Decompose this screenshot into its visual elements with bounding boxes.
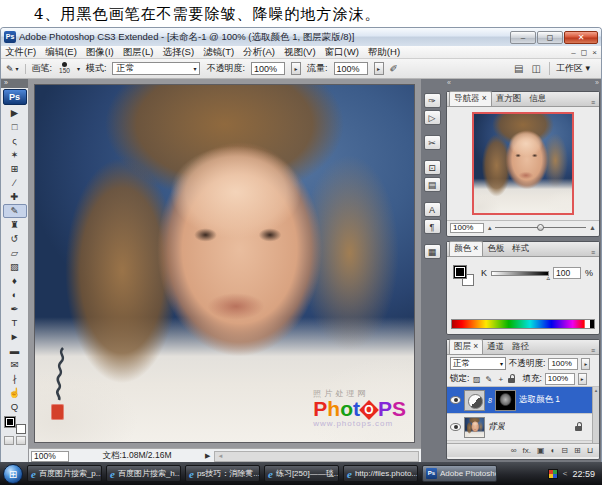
start-button[interactable]: ⊞	[3, 464, 23, 484]
menu-file[interactable]: 文件(F)	[5, 46, 36, 59]
crop-tool[interactable]: ⊞	[3, 162, 27, 176]
type-tool[interactable]: T	[3, 316, 27, 330]
gradient-tool[interactable]: ▨	[3, 260, 27, 274]
flow-input[interactable]: 100%	[334, 62, 368, 75]
tab-color[interactable]: 颜色 ×	[449, 241, 483, 256]
fill-slider-button[interactable]: ▸	[578, 373, 587, 385]
menu-analysis[interactable]: 分析(A)	[243, 46, 275, 59]
toolbox-collapse-icon[interactable]: »	[1, 79, 28, 88]
dock-collapse-icon[interactable]: «	[447, 79, 451, 88]
foreground-color-swatch[interactable]	[453, 265, 467, 279]
layer-row-selective-color[interactable]: 8 选取颜色 1	[447, 387, 599, 414]
palette-well-icon[interactable]: ▤	[514, 63, 523, 74]
horizontal-scrollbar[interactable]: ◄	[214, 451, 419, 462]
dodge-tool[interactable]: ◐	[3, 288, 27, 302]
zoom-out-icon[interactable]: ▴	[488, 224, 492, 232]
navigator-zoom-input[interactable]: 100%	[450, 223, 484, 233]
ime-tray-icon[interactable]	[548, 469, 558, 479]
clone-stamp-tool[interactable]: ♜	[3, 218, 27, 232]
taskbar-item[interactable]: e ps技巧：消除黄...	[185, 465, 260, 482]
photo-image[interactable]: 照片处理网 PhotOPS www.photops.com	[34, 84, 415, 443]
add-layer-mask-icon[interactable]: ▣	[537, 446, 545, 455]
taskbar-item[interactable]: e 百度图片搜索_p...	[27, 465, 102, 482]
zoom-level-input[interactable]: 100%	[31, 451, 69, 462]
screen-mode-button[interactable]	[16, 436, 26, 445]
opacity-slider-button[interactable]: ▸	[581, 358, 590, 370]
animation-panel-icon[interactable]: ▦	[424, 244, 441, 259]
flow-slider-button[interactable]: ▸	[374, 62, 384, 75]
maximize-button[interactable]: ◻	[537, 31, 563, 44]
navigator-proxy-view[interactable]	[472, 112, 574, 215]
minimize-button[interactable]: –	[510, 31, 536, 44]
eraser-tool[interactable]: ▱	[3, 246, 27, 260]
lock-position-icon[interactable]: +	[496, 375, 505, 384]
menu-window[interactable]: 窗口(W)	[325, 46, 359, 59]
lock-image-icon[interactable]: ✎	[484, 375, 493, 384]
path-selection-tool[interactable]: ►	[3, 330, 27, 344]
document-minimize-button[interactable]: –	[571, 48, 575, 57]
panel-menu-icon[interactable]: ≡	[591, 249, 597, 256]
paragraph-panel-icon[interactable]: ¶	[424, 219, 441, 234]
notes-tool[interactable]: ✉	[3, 358, 27, 372]
tray-chevron-icon[interactable]: <	[563, 469, 568, 478]
brush-tool[interactable]: ✎	[3, 204, 27, 218]
quick-selection-tool[interactable]: ✶	[3, 148, 27, 162]
navigator-zoom-slider[interactable]	[495, 227, 587, 228]
menu-view[interactable]: 视图(V)	[284, 46, 316, 59]
history-brush-tool[interactable]: ↺	[3, 232, 27, 246]
status-menu-arrow-icon[interactable]: ▶	[205, 452, 210, 460]
menu-select[interactable]: 选择(S)	[162, 46, 194, 59]
opacity-input[interactable]: 100%	[251, 62, 285, 75]
color-spectrum-ramp[interactable]	[451, 319, 595, 329]
pen-tool[interactable]: ✒	[3, 302, 27, 316]
layer-opacity-input[interactable]: 100%	[548, 358, 578, 370]
clone-source-panel-icon[interactable]: ▷	[424, 110, 441, 125]
hand-tool[interactable]: ☝	[3, 386, 27, 400]
dropdown-arrow-icon[interactable]: ▾	[77, 65, 80, 72]
menu-image[interactable]: 图像(I)	[86, 46, 114, 59]
blend-mode-select[interactable]: 正常 ▾	[112, 62, 200, 75]
tab-channels[interactable]: 通道	[483, 340, 508, 354]
panel-menu-icon[interactable]: ≡	[591, 99, 597, 106]
character-panel-icon[interactable]: A	[424, 202, 441, 217]
tab-navigator[interactable]: 导航器 ×	[449, 91, 492, 106]
tab-layers[interactable]: 图层 ×	[449, 339, 483, 354]
foreground-color-swatch[interactable]	[4, 416, 16, 428]
shape-tool[interactable]: ▬	[3, 344, 27, 358]
eyedropper-tool[interactable]: ∤	[3, 372, 27, 386]
document-restore-button[interactable]: ◻	[581, 48, 588, 57]
adjustment-layer-thumbnail[interactable]	[464, 390, 485, 411]
new-adjustment-layer-icon[interactable]: ◐	[551, 446, 556, 455]
zoom-in-icon[interactable]: ▲	[589, 224, 596, 231]
zoom-slider-knob[interactable]	[537, 224, 544, 231]
close-button[interactable]: ✕	[564, 31, 598, 44]
taskbar-item[interactable]: e 练习[250]——毯...	[264, 465, 339, 482]
lock-transparency-icon[interactable]: ▨	[472, 375, 481, 384]
blur-tool[interactable]: ♦	[3, 274, 27, 288]
quick-mask-button[interactable]	[4, 436, 14, 445]
tab-swatches[interactable]: 色板	[483, 242, 508, 256]
layer-style-icon[interactable]: fx.	[522, 446, 530, 455]
visibility-eye-icon[interactable]	[450, 396, 461, 404]
title-bar[interactable]: Ps Adobe Photoshop CS3 Extended - [未命名-1…	[1, 28, 601, 46]
delete-layer-icon[interactable]: ⊔	[587, 446, 593, 455]
histogram-panel-icon[interactable]: ▤	[424, 177, 441, 192]
document-canvas[interactable]: 照片处理网 PhotOPS www.photops.com	[29, 79, 421, 448]
taskbar-item[interactable]: e 百度图片搜索_h...	[106, 465, 181, 482]
brushes-panel-icon[interactable]: ✑	[424, 93, 441, 108]
layer-blend-mode-select[interactable]: 正常 ▾	[450, 357, 506, 370]
tab-info[interactable]: 信息	[525, 92, 550, 106]
document-close-button[interactable]: ×	[592, 48, 597, 57]
k-value-input[interactable]: 100	[553, 267, 581, 279]
layers-scrollbar[interactable]: ▴	[592, 387, 599, 443]
new-group-icon[interactable]: ⊟	[561, 446, 568, 455]
lock-all-icon[interactable]	[508, 378, 515, 383]
tab-histogram[interactable]: 直方图	[492, 92, 526, 106]
workspace-button[interactable]: 工作区 ▾	[549, 62, 596, 75]
layer-name[interactable]: 选取颜色 1	[519, 394, 560, 406]
k-channel-slider[interactable]: ▵	[491, 271, 549, 276]
lasso-tool[interactable]: ς	[3, 134, 27, 148]
dock-collapse-icon[interactable]: »	[595, 79, 599, 88]
tab-styles[interactable]: 样式	[508, 242, 533, 256]
visibility-eye-icon[interactable]	[450, 423, 461, 431]
